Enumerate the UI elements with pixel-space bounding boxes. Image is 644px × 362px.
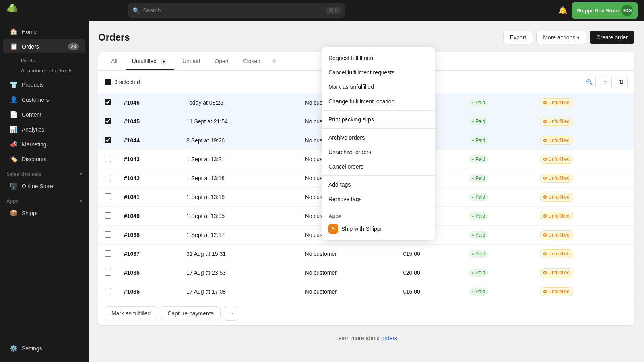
order-link[interactable]: #1038 (124, 232, 140, 238)
sidebar-item-discounts[interactable]: 🏷️ Discounts (3, 152, 85, 166)
order-link[interactable]: #1045 (124, 118, 140, 125)
tab-unpaid[interactable]: Unpaid (176, 53, 206, 70)
row-checkbox[interactable] (105, 212, 111, 219)
sidebar-item-customers[interactable]: 👤 Customers (3, 93, 85, 107)
sidebar-item-products[interactable]: 👕 Products (3, 78, 85, 92)
order-id-cell[interactable]: #1044 (118, 131, 180, 150)
dropdown-cancel-orders[interactable]: Cancel orders (322, 159, 435, 174)
dropdown-request-fulfillment[interactable]: Request fulfillment (322, 51, 435, 65)
select-all-checkbox[interactable] (105, 79, 111, 85)
online-store-icon: 🖥️ (10, 182, 18, 190)
dropdown-archive-orders[interactable]: Archive orders (322, 130, 435, 145)
dropdown-cancel-fulfillment-requests[interactable]: Cancel fulfillment requests (322, 65, 435, 80)
dropdown-remove-tags[interactable]: Remove tags (322, 192, 435, 206)
tab-unfulfilled[interactable]: Unfulfilled ▾ (126, 53, 174, 70)
table-row[interactable]: #1035 17 Aug at 17:08 No customer €15,00… (98, 282, 634, 301)
search-bar[interactable]: 🔍 ⌘ K (128, 3, 345, 18)
dropdown-print-packing-slips[interactable]: Print packing slips (322, 112, 435, 127)
order-id-cell[interactable]: #1040 (118, 207, 180, 226)
order-link[interactable]: #1036 (124, 269, 140, 276)
sidebar-item-settings[interactable]: ⚙️ Settings (3, 341, 85, 355)
store-button[interactable]: Shippr Dev Store SDS (572, 2, 638, 19)
dropdown-unarchive-orders[interactable]: Unarchive orders (322, 145, 435, 159)
search-input[interactable] (143, 7, 323, 14)
more-actions-button[interactable]: More actions ▾ (536, 31, 586, 44)
dropdown-menu: Request fulfillment Cancel fulfillment r… (322, 47, 435, 240)
order-id-cell[interactable]: #1045 (118, 112, 180, 131)
shippr-app-icon: S (328, 224, 338, 234)
row-checkbox[interactable] (105, 193, 111, 200)
row-checkbox-cell (98, 169, 118, 188)
sidebar-item-online-store[interactable]: 🖥️ Online Store (3, 179, 85, 193)
notifications-icon[interactable]: 🔔 (558, 6, 567, 15)
order-id-cell[interactable]: #1046 (118, 93, 180, 112)
order-id-cell[interactable]: #1036 (118, 263, 180, 282)
sidebar-item-content[interactable]: 📄 Content (3, 107, 85, 121)
orders-learn-more-link[interactable]: orders (381, 335, 397, 341)
row-checkbox[interactable] (105, 231, 111, 238)
home-icon: 🏠 (10, 28, 18, 35)
row-checkbox[interactable] (105, 137, 111, 143)
row-checkbox[interactable] (105, 99, 111, 105)
payment-badge: Paid (469, 250, 489, 258)
search-table-button[interactable]: 🔍 (583, 76, 596, 88)
order-id-cell[interactable]: #1043 (118, 150, 180, 169)
order-id-cell[interactable]: #1041 (118, 188, 180, 207)
learn-more-section: Learn more about orders (98, 325, 634, 351)
dropdown-add-tags[interactable]: Add tags (322, 177, 435, 192)
shopify-logo[interactable] (6, 4, 19, 17)
order-link[interactable]: #1037 (124, 251, 140, 257)
order-link[interactable]: #1041 (124, 194, 140, 200)
row-checkbox[interactable] (105, 156, 111, 162)
order-link[interactable]: #1035 (124, 288, 140, 295)
order-customer-cell: No customer (299, 282, 396, 301)
capture-payments-button[interactable]: Capture payments (161, 306, 220, 320)
table-row[interactable]: #1037 31 Aug at 15:31 No customer €15,00… (98, 245, 634, 263)
marketing-icon: 📣 (10, 140, 18, 148)
sidebar-item-analytics[interactable]: 📊 Analytics (3, 122, 85, 136)
create-order-button[interactable]: Create order (590, 31, 634, 44)
order-link[interactable]: #1040 (124, 213, 140, 219)
sidebar-item-orders[interactable]: 📋 Orders 23 (3, 39, 85, 53)
row-checkbox[interactable] (105, 118, 111, 124)
apps-section: Apps ▾ (0, 193, 89, 206)
order-link[interactable]: #1043 (124, 156, 140, 162)
row-checkbox[interactable] (105, 288, 111, 294)
dropdown-ship-with-shippr[interactable]: S Ship with Shippr (322, 221, 435, 237)
page-actions: Export More actions ▾ Create order (503, 31, 634, 44)
row-checkbox[interactable] (105, 175, 111, 181)
tab-add-button[interactable]: + (268, 52, 279, 70)
order-link[interactable]: #1046 (124, 99, 140, 106)
order-fulfillment-cell: Unfulfilled (533, 112, 634, 131)
order-payment-cell: Paid (462, 207, 534, 226)
row-checkbox[interactable] (105, 250, 111, 257)
filter-button[interactable]: ≡ (599, 76, 612, 88)
tab-closed[interactable]: Closed (237, 53, 267, 70)
tab-all[interactable]: All (105, 53, 124, 70)
row-checkbox-cell (98, 282, 118, 301)
order-id-cell[interactable]: #1037 (118, 245, 180, 263)
sidebar-item-drafts[interactable]: Drafts (18, 56, 89, 66)
sidebar-item-home[interactable]: 🏠 Home (3, 25, 85, 39)
row-checkbox[interactable] (105, 269, 111, 276)
sidebar-item-abandoned-checkouts[interactable]: Abandoned checkouts (18, 66, 89, 76)
export-button[interactable]: Export (503, 31, 533, 44)
dropdown-mark-as-unfulfilled[interactable]: Mark as unfulfilled (322, 80, 435, 94)
mark-fulfilled-button[interactable]: Mark as fulfilled (105, 306, 157, 320)
action-bar: Mark as fulfilled Capture payments ··· (98, 301, 634, 325)
order-id-cell[interactable]: #1038 (118, 226, 180, 245)
more-actions-ellipsis-button[interactable]: ··· (224, 306, 238, 321)
sort-button[interactable]: ⇅ (615, 76, 628, 88)
order-payment-cell: Paid (462, 245, 534, 263)
payment-badge: Paid (469, 212, 489, 220)
dropdown-change-fulfillment-location[interactable]: Change fulfillment location (322, 94, 435, 109)
sidebar-item-shippr[interactable]: 📦 Shippr (3, 206, 85, 220)
table-row[interactable]: #1036 17 Aug at 23:53 No customer €20,00… (98, 263, 634, 282)
order-id-cell[interactable]: #1035 (118, 282, 180, 301)
sidebar-item-marketing[interactable]: 📣 Marketing (3, 137, 85, 151)
order-link[interactable]: #1042 (124, 175, 140, 181)
order-id-cell[interactable]: #1042 (118, 169, 180, 188)
store-avatar: SDS (621, 5, 633, 16)
tab-open[interactable]: Open (208, 53, 235, 70)
order-link[interactable]: #1044 (124, 137, 140, 144)
